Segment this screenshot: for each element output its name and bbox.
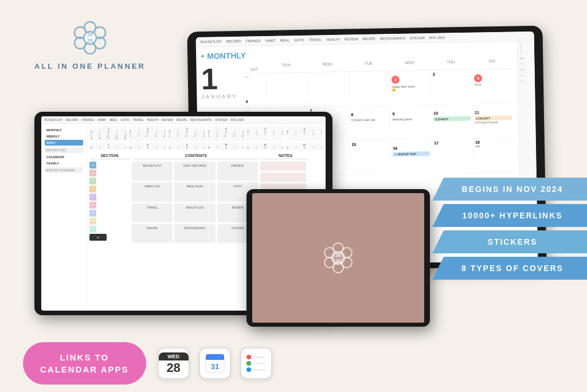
svg-rect-20	[206, 358, 224, 360]
fri-header: FRI	[471, 59, 512, 64]
cal-day-jan2: 2	[431, 70, 472, 95]
day-name: WED	[159, 352, 189, 360]
svg-text:25: 25	[87, 38, 93, 44]
cal-day-empty	[266, 73, 308, 97]
mini-cal-6: 6 MTWTF 12345	[285, 126, 323, 141]
wed-header: WED	[389, 60, 431, 65]
month-label: JANUARY	[201, 93, 237, 100]
sidebar-yearly[interactable]: YEARLY	[45, 160, 83, 166]
mini-cal-2: 2 MTWTF 12345 89101112	[128, 126, 166, 141]
nav-record[interactable]: RECORD	[226, 40, 241, 43]
gcal-svg: 31	[204, 352, 226, 375]
mini-cal-7: 7 MTWTF	[89, 142, 127, 150]
right-sidebar-calendar: 2025 JAN FEB MAR APR MAY	[517, 41, 537, 177]
tablet-front-left-nav: BUCKETLISTRECORDFINANCEHABITMEAL GOTOTRA…	[41, 116, 326, 124]
svg-text:31: 31	[210, 362, 218, 371]
mini-cal-5: 5 MTWTF 12345	[246, 126, 284, 141]
sidebar-weekly[interactable]: WEEKLY	[45, 134, 83, 139]
logo-area: 20 25 ALL IN ONE PLANNER	[34, 17, 146, 70]
cal-day-jan18: 18day	[473, 138, 515, 161]
nav-restaurants[interactable]: RESTAURANTS	[380, 37, 405, 41]
nav-bucketlist[interactable]: BUCKETLIST	[201, 40, 222, 44]
tagline: ALL IN ONE PLANNER	[34, 62, 146, 70]
calendar-app-icons: WED 28 31	[158, 347, 272, 379]
tablet-front-sidebar: MONTHLY WEEKLY DAILY 2024 NOV DEC CALEND…	[41, 124, 87, 309]
nav-travel[interactable]: TRAVEL	[309, 38, 322, 41]
nav-bye2025[interactable]: BYE 2025	[429, 36, 445, 40]
section-numbers: 1 2 3 4 5 6 7 8 9 30	[89, 162, 130, 243]
nav-review[interactable]: REVIEW	[345, 37, 358, 41]
flower-logo-icon: 20 25	[70, 17, 110, 57]
contents-grid: BUCKET LIST DAILY RECORDS FINANCE HABIT …	[132, 162, 258, 243]
svg-text:25: 25	[336, 258, 341, 264]
sidebar-daily[interactable]: DAILY	[45, 140, 83, 146]
mini-cal-9: 9 MTWTF	[168, 142, 206, 150]
cal-day-empty2	[307, 72, 349, 97]
cal-day-jan16: 16 ↔WINTER TRIP	[390, 139, 432, 162]
mini-cal-1: 1 MTWTF 12345 89101112 1516171819	[89, 126, 127, 141]
svg-text:20: 20	[87, 32, 93, 37]
tablet-cover-screen: 20 25	[252, 193, 424, 323]
col-contents: CONTENTS	[133, 154, 259, 159]
banner-stickers: STICKERS	[432, 230, 587, 253]
banner-covers: 8 TYPES OF COVERS	[432, 257, 587, 280]
tablet-front-right: 20 25	[246, 189, 430, 327]
sat-header: SAT	[242, 67, 265, 72]
cal-day-jan1: 1 Happy New Years! 🙂	[389, 70, 431, 95]
cal-day-jan10: 10 CLEANUP	[431, 104, 473, 129]
sun-header: SUN	[265, 62, 307, 67]
nav-sticker[interactable]: STICKER	[410, 36, 425, 40]
cal-day-jan3: 3 TEST	[472, 69, 514, 94]
mon-header: MON	[307, 62, 348, 66]
banner-hyperlinks: 10000+ HYPERLINKS	[432, 204, 587, 227]
bottom-bar: LINKS TOCALENDAR APPS WED 28 31	[0, 335, 587, 392]
nav-recipe[interactable]: RECIPE	[362, 37, 375, 41]
monthly-label: MONTHLY	[207, 51, 246, 61]
reminders-icon[interactable]	[240, 347, 272, 379]
google-calendar-icon[interactable]: 31	[199, 347, 231, 379]
cal-day-jan17: 17	[432, 139, 473, 162]
mini-calendars: 1 MTWTF 12345 89101112 1516171819 2 MTWT…	[89, 126, 323, 150]
nav-health[interactable]: HEALTH	[326, 38, 339, 41]
cal-day-jan15: 15	[349, 140, 391, 163]
day-number: 28	[166, 362, 180, 374]
mini-cal-12: 12 MTWTF	[285, 142, 323, 150]
cover-flower-icon: 20 25	[321, 241, 355, 275]
nav-finance[interactable]: FINANCE	[246, 39, 261, 42]
cal-day-jan8: 8 CONAN's bath day	[349, 105, 390, 130]
sidebar-calendar[interactable]: CALENDAR	[45, 154, 83, 160]
links-label: LINKS TOCALENDAR APPS	[40, 352, 129, 374]
sidebar-monthly[interactable]: MONTHLY	[45, 127, 83, 133]
day-number: 1	[201, 64, 237, 94]
cal-day-jan11: 11 CONCERT 4 O'Clock Concert	[472, 104, 514, 128]
week-num-w1: W1	[243, 73, 267, 98]
cal-day-jan9: 9 Watering plants	[390, 105, 432, 130]
date-widget[interactable]: WED 28	[158, 347, 190, 379]
cal-day-jan4: 4	[243, 97, 266, 107]
nav-meal[interactable]: MEAL	[280, 38, 289, 42]
thu-header: THU	[431, 60, 472, 64]
mini-cal-8: 8 MTWTF	[128, 142, 166, 150]
col-section: SECTION	[89, 154, 130, 159]
cal-day-empty3	[348, 71, 390, 96]
mini-cal-11: 11 MTWTF	[246, 142, 284, 150]
mini-cal-10: 10 MTWTF	[207, 142, 245, 150]
banner-begins: BEGINS IN NOV 2024	[432, 178, 587, 201]
mini-cal-3: 3 MTWTF 12345 89101112	[168, 126, 206, 141]
nav-goto[interactable]: GOTO	[294, 38, 304, 42]
svg-text:20: 20	[336, 253, 341, 258]
cover-flower: 20 25	[321, 241, 355, 275]
col-notes: NOTES	[263, 154, 308, 159]
nav-habit[interactable]: HABIT	[265, 39, 276, 42]
links-badge: LINKS TOCALENDAR APPS	[23, 342, 146, 385]
feature-banners: BEGINS IN NOV 2024 10000+ HYPERLINKS STI…	[432, 178, 587, 280]
tue-header: TUE	[348, 61, 389, 65]
mini-cal-4: 4 MTWTF 12345 89101112	[207, 126, 245, 141]
